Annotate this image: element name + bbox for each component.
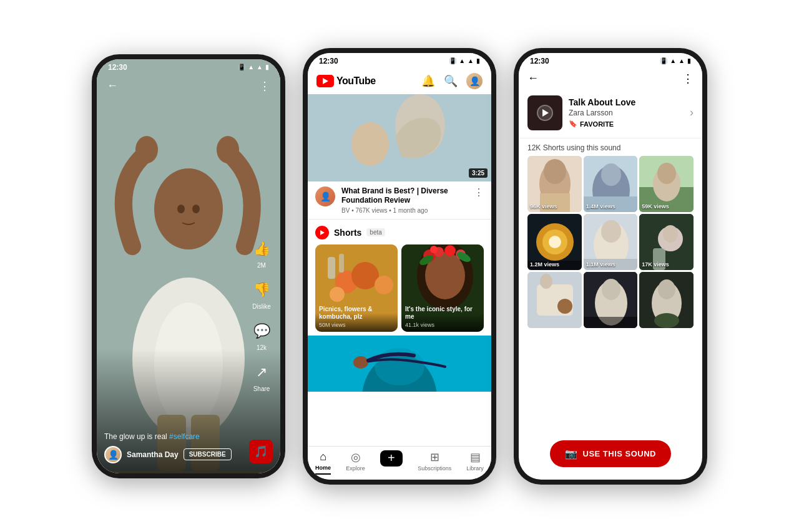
nav-underline bbox=[315, 473, 331, 475]
music-sound-button[interactable]: 🎵 bbox=[249, 440, 273, 463]
sound-video-9[interactable] bbox=[639, 272, 694, 328]
explore-icon: ◎ bbox=[351, 450, 361, 464]
like-count: 2M bbox=[257, 262, 266, 269]
battery-icon: ▮ bbox=[265, 64, 269, 70]
video3-views: 59K views bbox=[642, 203, 669, 210]
sound-more-button[interactable]: ⋮ bbox=[682, 72, 694, 85]
sound-video-4[interactable]: 1.2M views bbox=[527, 214, 582, 270]
svg-point-4 bbox=[135, 136, 158, 163]
svg-point-17 bbox=[330, 287, 345, 302]
sound-usage-count: 12K Shorts using this sound bbox=[519, 138, 702, 156]
nav-subscriptions-label: Subscriptions bbox=[418, 465, 451, 472]
svg-rect-18 bbox=[328, 257, 335, 279]
vibrate-icon: 📳 bbox=[238, 64, 245, 70]
svg-point-53 bbox=[601, 220, 621, 243]
comment-icon: 💬 bbox=[250, 320, 273, 342]
shorts-section: Shorts beta bbox=[308, 220, 491, 336]
user-avatar[interactable]: 👤 bbox=[466, 73, 483, 89]
channel-avatar[interactable]: 👤 bbox=[315, 186, 335, 206]
share-button[interactable]: ↗ Share bbox=[250, 361, 273, 392]
signal-icon: ▲ bbox=[257, 64, 263, 70]
thumbs-up-icon: 👍 bbox=[250, 238, 273, 260]
phone2-time: 12:30 bbox=[319, 57, 338, 65]
username: Samantha Day bbox=[127, 450, 179, 459]
phone1-status-bar: 12:30 📳 ▲ ▲ ▮ bbox=[97, 59, 280, 74]
nav-home-label: Home bbox=[315, 465, 331, 471]
subscribe-button[interactable]: SUBSCRIBE bbox=[184, 448, 232, 460]
camera-icon: 📷 bbox=[565, 448, 578, 460]
video2-views: 1.4M views bbox=[586, 203, 615, 210]
svg-point-3 bbox=[154, 168, 223, 249]
phone1-status-icons: 📳 ▲ ▲ ▮ bbox=[238, 64, 269, 70]
sound-video-1[interactable]: 96K views bbox=[527, 156, 582, 212]
youtube-logo-icon bbox=[316, 75, 334, 87]
video-more-button[interactable]: ⋮ bbox=[474, 186, 484, 198]
video-title[interactable]: What Brand is Best? | Diverse Foundation… bbox=[341, 186, 468, 206]
phone3-time: 12:30 bbox=[530, 57, 549, 65]
sound-video-2[interactable]: 1.4M views bbox=[584, 156, 638, 212]
nav-subscriptions[interactable]: ⊞ Subscriptions bbox=[418, 450, 451, 475]
use-sound-label: USE THIS SOUND bbox=[582, 449, 656, 458]
play-indicator bbox=[537, 105, 553, 121]
youtube-bottom-nav: ⌂ Home ◎ Explore + ⊞ Subscriptions bbox=[308, 446, 491, 480]
like-button[interactable]: 👍 2M bbox=[250, 238, 273, 269]
nav-library[interactable]: ▤ Library bbox=[466, 450, 484, 475]
svg-point-5 bbox=[217, 136, 239, 163]
subscriptions-icon: ⊞ bbox=[430, 450, 439, 464]
sound-title: Talk About Love bbox=[569, 97, 684, 107]
phone3-status-bar: 12:30 📳 ▲ ▲ ▮ bbox=[519, 53, 702, 68]
phone1-more-button[interactable]: ⋮ bbox=[259, 79, 270, 93]
video-duration-badge: 3:25 bbox=[469, 168, 488, 178]
nav-home[interactable]: ⌂ Home bbox=[315, 450, 331, 475]
svg-point-40 bbox=[601, 163, 621, 186]
comment-button[interactable]: 💬 12k bbox=[250, 320, 273, 351]
svg-point-69 bbox=[658, 279, 675, 299]
video-thumbnail[interactable]: 3:25 bbox=[308, 94, 491, 181]
phone1-right-actions: 👍 2M 👎 Dislike 💬 12k ↗ Share bbox=[250, 238, 273, 392]
phone1-user-info: 👤 Samantha Day SUBSCRIBE bbox=[104, 446, 243, 463]
sound-thumbnail[interactable] bbox=[527, 95, 562, 130]
sound-back-button[interactable]: ← bbox=[527, 72, 539, 85]
home-icon: ⌂ bbox=[320, 450, 326, 463]
nav-create[interactable]: + bbox=[380, 450, 403, 475]
sound-video-8[interactable] bbox=[584, 272, 638, 328]
next-video-thumbnail[interactable] bbox=[308, 336, 491, 392]
bookmark-icon: 🔖 bbox=[569, 120, 577, 128]
shorts-grid: Picnics, flowers & kombucha, plz 50M vie… bbox=[315, 244, 484, 332]
nav-explore[interactable]: ◎ Explore bbox=[346, 450, 365, 475]
share-icon: ↗ bbox=[250, 361, 273, 384]
favorite-button[interactable]: 🔖 FAVORITE bbox=[569, 120, 684, 128]
share-label: Share bbox=[253, 385, 270, 392]
phone1-back-button[interactable]: ← bbox=[107, 79, 118, 92]
sound-video-5[interactable]: 1.1M views bbox=[584, 214, 638, 270]
sound-page-header: ← ⋮ bbox=[519, 68, 702, 90]
phones-container: 12:30 📳 ▲ ▲ ▮ ← ⋮ 👍 2M bbox=[79, 36, 720, 497]
add-icon[interactable]: + bbox=[380, 450, 403, 467]
hashtag[interactable]: #selfcare bbox=[169, 432, 200, 441]
library-icon: ▤ bbox=[470, 450, 481, 464]
youtube-header: YouTube 🔔 🔍 👤 bbox=[308, 68, 491, 94]
search-icon[interactable]: 🔍 bbox=[444, 74, 458, 88]
video-info: 👤 What Brand is Best? | Diverse Foundati… bbox=[308, 181, 491, 219]
short-card-2[interactable]: It's the iconic style, for me 41.1k view… bbox=[401, 244, 484, 332]
video5-views: 1.1M views bbox=[586, 261, 615, 268]
svg-point-33 bbox=[353, 356, 368, 369]
sound-video-3[interactable]: 59K views bbox=[639, 156, 694, 212]
svg-point-36 bbox=[544, 159, 566, 184]
svg-point-12 bbox=[351, 122, 389, 166]
short-card-1[interactable]: Picnics, flowers & kombucha, plz 50M vie… bbox=[315, 244, 398, 332]
notifications-icon[interactable]: 🔔 bbox=[421, 74, 435, 88]
use-this-sound-button[interactable]: 📷 USE THIS SOUND bbox=[550, 440, 671, 467]
video-subtitle: BV • 767K views • 1 month ago bbox=[341, 207, 468, 214]
sound-video-6[interactable]: 17K views bbox=[639, 214, 694, 270]
signal-icon: ▲ bbox=[468, 57, 474, 64]
short1-title: Picnics, flowers & kombucha, plz bbox=[319, 306, 394, 321]
thumbs-down-icon: 👎 bbox=[250, 279, 273, 301]
phone1-time: 12:30 bbox=[108, 63, 127, 72]
signal-icon: ▲ bbox=[679, 57, 685, 64]
short2-title: It's the iconic style, for me bbox=[405, 306, 480, 321]
dislike-button[interactable]: 👎 Dislike bbox=[250, 279, 273, 310]
svg-point-25 bbox=[444, 245, 456, 256]
sound-video-7[interactable] bbox=[527, 272, 582, 328]
shorts-title: Shorts bbox=[334, 228, 361, 238]
